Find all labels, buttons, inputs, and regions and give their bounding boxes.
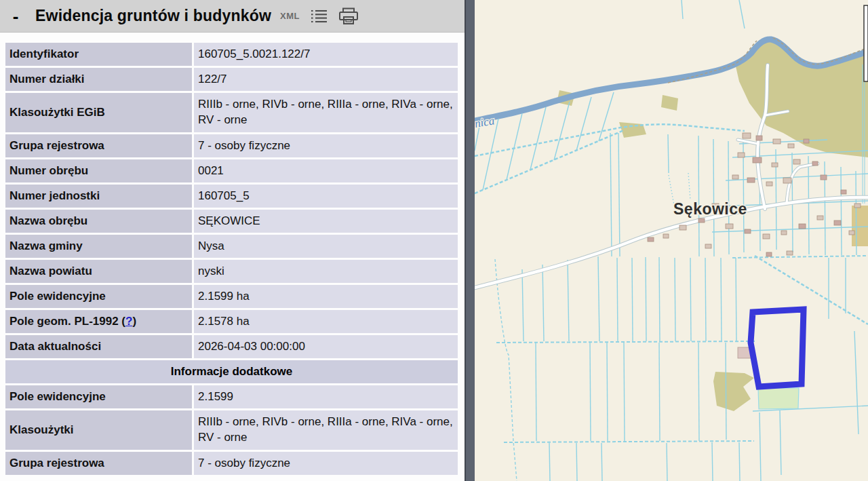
grass-parcel <box>758 388 799 409</box>
field-value: nyski <box>194 260 458 283</box>
help-link[interactable]: ? <box>125 315 132 328</box>
field-label: Nazwa obrębu <box>5 210 192 233</box>
section-header: Informacje dodatkowe <box>5 360 458 383</box>
map-inset-panel[interactable] <box>864 5 868 81</box>
field-row: Identyfikator 160705_5.0021.122/7 <box>5 43 458 66</box>
print-button[interactable] <box>338 7 359 25</box>
field-row: Klasoużytki RIIIb - orne, RIVb - orne, R… <box>5 410 458 450</box>
field-row: Klasoużytki EGiB RIIIb - orne, RIVb - or… <box>5 93 458 132</box>
field-label: Grupa rejestrowa <box>5 452 192 475</box>
place-name-label: Sękowice <box>673 200 747 218</box>
field-row: Pole geom. PL-1992 (?) 2.1578 ha <box>5 310 458 333</box>
panel-title: Ewidencja gruntów i budynków <box>35 7 271 25</box>
field-value: RIIIb - orne, RIVb - orne, RIIIa - orne,… <box>194 93 458 132</box>
field-label: Numer jednostki <box>5 185 192 208</box>
section-header-row: Informacje dodatkowe <box>5 360 458 383</box>
field-label: Klasoużytki EGiB <box>5 93 192 132</box>
panel-toolbar: XML <box>280 7 359 25</box>
field-value: 2.1599 <box>194 385 458 408</box>
attribute-panel: - Ewidencja gruntów i budynków XML <box>0 0 465 481</box>
field-label: Nazwa gminy <box>5 235 192 258</box>
field-label: Numer działki <box>5 68 192 91</box>
farmland-patch <box>852 206 868 246</box>
field-label: Numer obrębu <box>5 159 192 182</box>
panel-splitter[interactable] <box>465 0 475 481</box>
field-row: Nazwa obrębu SĘKOWICE <box>5 210 458 233</box>
field-label: Data aktualności <box>5 335 192 358</box>
field-row: Nazwa gminy Nysa <box>5 235 458 258</box>
field-row: Pole ewidencyjne 2.1599 <box>5 385 458 408</box>
field-label: Klasoużytki <box>5 410 192 450</box>
field-row: Pole ewidencyjne 2.1599 ha <box>5 285 458 308</box>
field-label: Pole ewidencyjne <box>5 385 192 408</box>
xml-export-button[interactable]: XML <box>280 11 300 21</box>
field-value: 2.1599 ha <box>194 285 458 308</box>
field-value: 2026-04-03 00:00:00 <box>194 335 458 358</box>
field-value: RIIIb - orne, RIVb - orne, RIIIa - orne,… <box>194 410 458 450</box>
list-report-button[interactable] <box>310 9 328 24</box>
field-row: Grupa rejestrowa 7 - osoby fizyczne <box>5 452 458 475</box>
map-canvas[interactable]: nica Sękowice <box>475 0 868 481</box>
printer-icon <box>338 7 359 25</box>
minimize-button[interactable]: - <box>7 9 24 23</box>
field-value: 122/7 <box>194 68 458 91</box>
parcel-attributes-table: Identyfikator 160705_5.0021.122/7 Numer … <box>3 41 460 477</box>
field-row: Data aktualności 2026-04-03 00:00:00 <box>5 335 458 358</box>
field-value: 0021 <box>194 159 458 182</box>
field-value: 160705_5 <box>194 185 458 208</box>
field-row: Grupa rejestrowa 7 - osoby fizyczne <box>5 134 458 157</box>
field-label: Pole ewidencyjne <box>5 285 192 308</box>
field-value: 7 - osoby fizyczne <box>194 134 458 157</box>
field-label: Pole geom. PL-1992 (?) <box>5 310 192 333</box>
field-value: Nysa <box>194 235 458 258</box>
field-label: Nazwa powiatu <box>5 260 192 283</box>
field-value: 2.1578 ha <box>194 310 458 333</box>
field-value: 160705_5.0021.122/7 <box>194 43 458 66</box>
field-value: SĘKOWICE <box>194 210 458 233</box>
map-viewport[interactable]: nica Sękowice <box>475 0 868 481</box>
field-row: Numer obrębu 0021 <box>5 159 458 182</box>
panel-header: - Ewidencja gruntów i budynków XML <box>0 0 465 33</box>
field-label: Identyfikator <box>5 43 192 66</box>
field-value: 7 - osoby fizyczne <box>194 452 458 475</box>
field-row: Nazwa powiatu nyski <box>5 260 458 283</box>
list-icon <box>310 9 328 24</box>
field-row: Numer jednostki 160705_5 <box>5 185 458 208</box>
field-label: Grupa rejestrowa <box>5 134 192 157</box>
field-row: Numer działki 122/7 <box>5 68 458 91</box>
